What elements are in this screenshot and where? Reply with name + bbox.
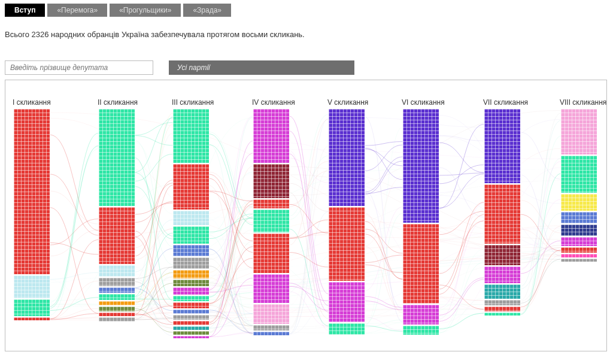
faction-segment[interactable]	[561, 194, 597, 211]
faction-segment[interactable]	[484, 184, 520, 244]
faction-segment[interactable]	[99, 301, 135, 306]
faction-segment[interactable]	[403, 109, 439, 223]
faction-segment[interactable]	[14, 109, 50, 274]
faction-segment[interactable]	[484, 245, 520, 265]
faction-segment[interactable]	[173, 257, 209, 269]
tabs: Вступ «Перемога» «Прогульщики» «Зрада»	[0, 0, 613, 17]
faction-segment[interactable]	[99, 278, 135, 286]
faction-segment[interactable]	[561, 254, 597, 257]
faction-segment[interactable]	[173, 280, 209, 286]
faction-segment[interactable]	[253, 109, 289, 163]
faction-segment[interactable]	[173, 245, 209, 256]
faction-segment[interactable]	[484, 307, 520, 311]
tab-peremoga[interactable]: «Перемога»	[47, 4, 107, 17]
faction-segment[interactable]	[561, 109, 597, 154]
faction-segment[interactable]	[403, 224, 439, 304]
faction-segment[interactable]	[253, 233, 289, 274]
faction-segment[interactable]	[253, 304, 289, 324]
faction-segment[interactable]	[99, 287, 135, 293]
tab-intro[interactable]: Вступ	[5, 4, 45, 17]
column-label: III скликання	[172, 98, 214, 107]
faction-segment[interactable]	[561, 225, 597, 236]
tab-zrada[interactable]: «Зрада»	[183, 4, 231, 17]
faction-segment[interactable]	[14, 275, 50, 298]
faction-segment[interactable]	[561, 237, 597, 245]
faction-segment[interactable]	[173, 331, 209, 335]
faction-segment[interactable]	[484, 300, 520, 306]
faction-segment[interactable]	[173, 287, 209, 294]
column-label: VIII скликання	[560, 98, 606, 107]
faction-segment[interactable]	[329, 323, 365, 335]
intro-text: Всього 2326 народних обранців Україна за…	[0, 17, 613, 39]
faction-segment[interactable]	[173, 164, 209, 210]
faction-segment[interactable]	[173, 326, 209, 330]
faction-segment[interactable]	[561, 156, 597, 193]
faction-segment[interactable]	[561, 247, 597, 253]
faction-segment[interactable]	[99, 313, 135, 316]
search-input[interactable]	[5, 60, 153, 75]
faction-segment[interactable]	[99, 207, 135, 264]
faction-segment[interactable]	[561, 259, 597, 262]
faction-segment[interactable]	[99, 265, 135, 277]
column-label: I скликання	[13, 98, 51, 107]
faction-segment[interactable]	[173, 109, 209, 163]
faction-segment[interactable]	[561, 212, 597, 223]
column-label: VI скликання	[402, 98, 445, 107]
faction-segment[interactable]	[329, 207, 365, 281]
faction-segment[interactable]	[253, 210, 289, 232]
faction-segment[interactable]	[484, 284, 520, 299]
faction-segment[interactable]	[329, 109, 365, 206]
faction-segment[interactable]	[99, 317, 135, 322]
faction-segment[interactable]	[173, 296, 209, 302]
faction-segment[interactable]	[173, 310, 209, 314]
chart-frame: I скликанняII скликанняIII скликанняIV с…	[5, 80, 607, 351]
faction-segment[interactable]	[173, 315, 209, 320]
controls-row: Усі партії	[0, 39, 613, 80]
tab-prohulshchyky[interactable]: «Прогульщики»	[110, 4, 181, 17]
faction-segment[interactable]	[173, 302, 209, 308]
faction-segment[interactable]	[484, 313, 520, 316]
faction-segment[interactable]	[484, 109, 520, 183]
faction-segment[interactable]	[14, 299, 50, 317]
faction-segment[interactable]	[403, 326, 439, 334]
faction-segment[interactable]	[173, 336, 209, 338]
faction-segment[interactable]	[253, 164, 289, 198]
column-label: VII скликання	[483, 98, 528, 107]
faction-segment[interactable]	[253, 274, 289, 303]
faction-segment[interactable]	[14, 317, 50, 320]
faction-segment[interactable]	[484, 266, 520, 284]
faction-segment[interactable]	[173, 270, 209, 278]
faction-segment[interactable]	[99, 109, 135, 206]
column-label: II скликання	[98, 98, 138, 107]
faction-segment[interactable]	[173, 211, 209, 225]
faction-segment[interactable]	[329, 282, 365, 322]
column-label: V скликання	[327, 98, 368, 107]
party-filter-button[interactable]: Усі партії	[169, 60, 354, 75]
faction-segment[interactable]	[403, 305, 439, 324]
faction-segment[interactable]	[253, 332, 289, 335]
faction-segment[interactable]	[253, 199, 289, 208]
faction-segment[interactable]	[173, 321, 209, 326]
faction-segment[interactable]	[99, 294, 135, 300]
faction-segment[interactable]	[99, 307, 135, 311]
faction-segment[interactable]	[253, 325, 289, 331]
column-label: IV скликання	[252, 98, 295, 107]
faction-segment[interactable]	[173, 226, 209, 244]
